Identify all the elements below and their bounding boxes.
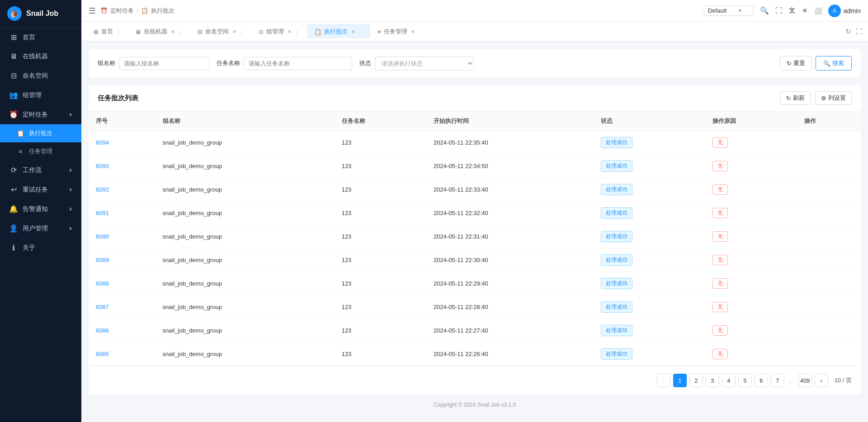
task-tab-icon: ≡ — [377, 28, 381, 35]
cell-reason: 无 — [705, 131, 797, 155]
id-link[interactable]: 6088 — [96, 280, 109, 287]
sidebar-item-exec-batch[interactable]: 📋 执行批次 — [0, 124, 81, 142]
cell-group: snail_job_demo_group — [156, 155, 335, 178]
tab-close-icon[interactable]: ✕ — [411, 29, 415, 35]
task-name-input[interactable] — [244, 57, 352, 70]
refresh-icon: ↻ — [786, 95, 791, 102]
expand-tabs-icon[interactable]: ⛶ — [856, 28, 863, 36]
cell-reason: 无 — [705, 342, 797, 366]
page-2-button[interactable]: 2 — [689, 374, 703, 387]
page-7-button[interactable]: 7 — [771, 374, 784, 387]
status-select[interactable]: 请选择执行状态 处理成功 处理失败 — [375, 56, 474, 70]
cell-reason: 无 — [705, 202, 797, 225]
sidebar-item-online-machines[interactable]: 🖥 在线机器 — [0, 47, 81, 66]
id-link[interactable]: 6090 — [96, 233, 109, 240]
avatar: A — [828, 5, 841, 17]
cell-task: 123 — [335, 342, 426, 366]
id-link[interactable]: 6091 — [96, 210, 109, 216]
cell-group: snail_job_demo_group — [156, 319, 335, 342]
tab-home[interactable]: ⊞ 首页 | — [87, 24, 127, 38]
menu-toggle-icon[interactable]: ☰ — [89, 6, 96, 16]
column-settings-button[interactable]: ⚙ 列设置 — [815, 91, 852, 105]
search-button[interactable]: 🔍 搜索 — [816, 56, 852, 70]
reset-label: 重置 — [793, 59, 805, 67]
status-badge: 处理成功 — [601, 254, 632, 266]
page-4-button[interactable]: 4 — [722, 374, 736, 387]
refresh-button[interactable]: ↻ 刷新 — [780, 91, 811, 105]
sidebar-logo[interactable]: 🐌 Snail Job — [0, 0, 81, 28]
expand-icon[interactable]: ⛶ — [775, 7, 783, 15]
sidebar-item-about[interactable]: ℹ 关于 — [0, 238, 81, 258]
tab-close-icon[interactable]: ✕ — [232, 29, 236, 35]
cell-start-time: 2024-05-11 22:34:50 — [426, 155, 594, 178]
reason-badge: 无 — [712, 302, 728, 312]
sidebar-sub-item-label: 任务管理 — [29, 147, 52, 155]
search-icon[interactable]: 🔍 — [760, 6, 769, 15]
prev-page-button[interactable]: ‹ — [657, 374, 670, 387]
sidebar-group-workflow[interactable]: ⟳ 工作流 ∨ — [0, 160, 81, 180]
cell-id: 6093 — [89, 155, 156, 178]
cell-id: 6092 — [89, 178, 156, 202]
tab-group[interactable]: ⊙ 组管理 ✕ | — [252, 24, 306, 38]
tab-close-icon[interactable]: ✕ — [288, 29, 292, 35]
reset-button[interactable]: ↻ 重置 — [780, 56, 812, 70]
table-row: 6087 snail_job_demo_group 123 2024-05-11… — [89, 295, 861, 319]
retry-icon: ↩ — [9, 185, 18, 194]
page-5-button[interactable]: 5 — [738, 374, 752, 387]
user-menu[interactable]: A admin — [828, 5, 861, 17]
id-link[interactable]: 6092 — [96, 186, 109, 193]
page-1-button[interactable]: 1 — [673, 374, 687, 387]
tab-close-icon[interactable]: ✕ — [171, 29, 175, 35]
tab-namespace[interactable]: ⊟ 命名空间 ✕ | — [191, 24, 251, 38]
group-name-input[interactable] — [119, 57, 209, 70]
cell-status: 处理成功 — [594, 272, 705, 295]
tab-online-machines[interactable]: 🖥 在线机器 ✕ | — [128, 24, 189, 38]
namespace-selector[interactable]: Default ▼ — [704, 5, 754, 16]
cell-start-time: 2024-05-11 22:35:40 — [426, 131, 594, 155]
id-link[interactable]: 6089 — [96, 257, 109, 263]
cell-status: 处理成功 — [594, 178, 705, 202]
table-row: 6086 snail_job_demo_group 123 2024-05-11… — [89, 319, 861, 342]
sidebar-item-home[interactable]: ⊞ 首页 — [0, 28, 81, 47]
filter-group-name: 组名称 — [98, 57, 209, 70]
cell-start-time: 2024-05-11 22:30:40 — [426, 249, 594, 272]
id-link[interactable]: 6086 — [96, 327, 109, 334]
language-icon[interactable]: 文 — [789, 7, 795, 15]
tab-exec-batch[interactable]: 📋 执行批次 ✕ | — [307, 24, 370, 38]
sidebar-item-label: 在线机器 — [23, 52, 48, 61]
breadcrumb-icon-batch: 📋 — [141, 7, 148, 14]
table-actions: ↻ 刷新 ⚙ 列设置 — [780, 91, 852, 105]
sidebar-item-task-manage[interactable]: ≡ 任务管理 — [0, 142, 81, 160]
table-row: 6090 snail_job_demo_group 123 2024-05-11… — [89, 225, 861, 249]
refresh-tabs-icon[interactable]: ↻ — [845, 28, 851, 36]
sidebar-group-scheduled-task[interactable]: ⏰ 定时任务 ∧ — [0, 105, 81, 124]
id-link[interactable]: 6087 — [96, 304, 109, 310]
id-link[interactable]: 6093 — [96, 163, 109, 169]
next-page-button[interactable]: › — [815, 374, 828, 387]
sidebar-group-retry[interactable]: ↩ 重试任务 ∨ — [0, 180, 81, 199]
sidebar-item-group[interactable]: 👥 组管理 — [0, 85, 81, 105]
status-badge: 处理成功 — [601, 184, 632, 195]
page-3-button[interactable]: 3 — [706, 374, 719, 387]
tab-close-icon[interactable]: ✕ — [351, 29, 355, 35]
sidebar-group-label: 告警通知 — [23, 205, 48, 213]
sidebar-item-namespace[interactable]: ⊟ 命名空间 — [0, 66, 81, 85]
tab-label: 任务管理 — [384, 28, 407, 36]
last-page-button[interactable]: 409 — [798, 374, 812, 387]
page-6-button[interactable]: 6 — [755, 374, 768, 387]
cell-group: snail_job_demo_group — [156, 178, 335, 202]
home-icon: ⊞ — [9, 33, 18, 42]
sidebar-group-alert[interactable]: 🔔 告警通知 ∨ — [0, 199, 81, 219]
cell-id: 6085 — [89, 342, 156, 366]
id-link[interactable]: 6085 — [96, 351, 109, 357]
cell-start-time: 2024-05-11 22:32:40 — [426, 202, 594, 225]
app-name: Snail Job — [26, 9, 58, 18]
id-link[interactable]: 6094 — [96, 139, 109, 146]
tab-task-manage[interactable]: ≡ 任务管理 ✕ — [371, 24, 422, 38]
theme-icon[interactable]: ☀ — [802, 6, 808, 15]
table-row: 6088 snail_job_demo_group 123 2024-05-11… — [89, 272, 861, 295]
sidebar-group-user[interactable]: 👤 用户管理 ∨ — [0, 219, 81, 238]
cell-action — [797, 272, 861, 295]
status-label: 状态 — [359, 59, 371, 67]
fullscreen-icon[interactable]: ⬜ — [814, 7, 822, 14]
